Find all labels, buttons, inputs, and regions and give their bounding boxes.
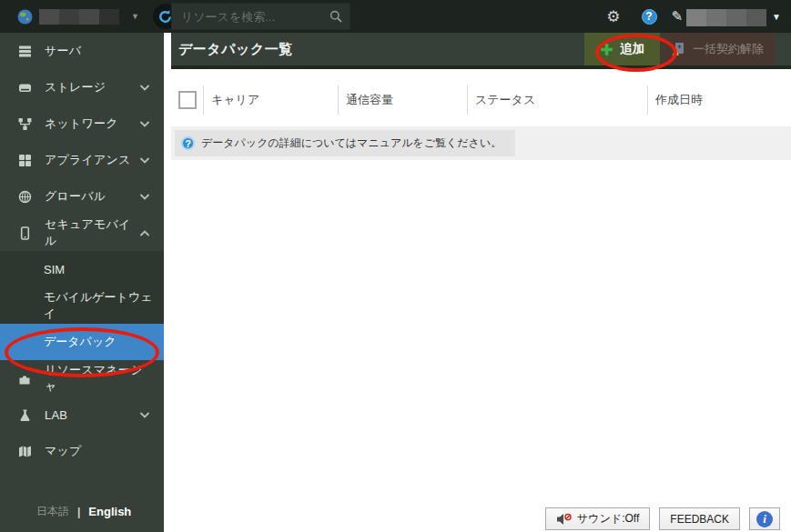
column-header-created: 作成日時 bbox=[647, 76, 791, 124]
chevron-down-icon bbox=[140, 194, 149, 200]
network-icon bbox=[18, 117, 33, 131]
info-icon: i bbox=[756, 511, 773, 527]
sound-button-label: サウンド:Off bbox=[577, 511, 639, 527]
topbar-right: ⚙ ? ✎ ▼ bbox=[606, 0, 781, 33]
sidebar-item-label: リソースマネージャ bbox=[45, 362, 149, 395]
sidebar-item-storage[interactable]: ストレージ bbox=[0, 69, 164, 105]
sidebar-item-secure-mobile[interactable]: セキュアモバイル bbox=[0, 215, 164, 251]
sidebar-item-label: ネットワーク bbox=[45, 115, 140, 132]
add-button[interactable]: 追加 bbox=[584, 33, 660, 65]
chevron-up-icon bbox=[140, 230, 149, 236]
speaker-muted-icon bbox=[556, 513, 572, 526]
select-all-cell bbox=[171, 76, 203, 124]
sidebar-item-label: サーバ bbox=[45, 43, 149, 59]
sidebar-item-global[interactable]: グローバル bbox=[0, 178, 164, 215]
footer-buttons: サウンド:Off FEEDBACK i bbox=[545, 507, 780, 530]
flask-icon bbox=[18, 408, 33, 422]
sidebar-item-server[interactable]: サーバ bbox=[0, 33, 164, 69]
redacted-account-name bbox=[686, 9, 766, 25]
add-button-label: 追加 bbox=[620, 41, 644, 57]
redacted-zone-name bbox=[39, 9, 119, 25]
search-icon bbox=[330, 10, 342, 26]
topbar: ▼ ⚙ ? ✎ ▼ bbox=[0, 0, 791, 33]
secure-mobile-submenu: SIM モバイルゲートウェイ データパック bbox=[0, 251, 164, 360]
sidebar-item-appliance[interactable]: アプライアンス bbox=[0, 142, 164, 178]
sidebar-item-label: セキュアモバイル bbox=[45, 216, 140, 249]
resource-search bbox=[171, 3, 350, 30]
feedback-button[interactable]: FEEDBACK bbox=[659, 507, 740, 530]
sidebar-item-sim[interactable]: SIM bbox=[0, 251, 164, 287]
page-header: データパック一覧 追加 一括契約解除 bbox=[171, 33, 791, 65]
sidebar-item-label: データパック bbox=[44, 334, 117, 350]
column-header-capacity: 通信容量 bbox=[338, 76, 467, 124]
sidebar-item-label: グローバル bbox=[45, 188, 140, 205]
language-english[interactable]: English bbox=[88, 505, 131, 518]
header-divider bbox=[171, 65, 791, 69]
gear-icon[interactable]: ⚙ bbox=[606, 7, 620, 26]
notice-message: ? データパックの詳細についてはマニュアルをご覧ください。 bbox=[175, 130, 515, 156]
sidebar-item-lab[interactable]: LAB bbox=[0, 396, 164, 433]
mobile-icon bbox=[18, 226, 33, 240]
chevron-down-icon bbox=[140, 121, 149, 127]
puzzle-icon bbox=[18, 372, 33, 386]
sidebar-item-mobile-gateway[interactable]: モバイルゲートウェイ bbox=[0, 287, 164, 324]
language-japanese[interactable]: 日本語 bbox=[36, 504, 69, 519]
info-button[interactable]: i bbox=[749, 507, 780, 530]
chevron-down-icon bbox=[140, 85, 149, 91]
zone-selector[interactable]: ▼ bbox=[0, 9, 139, 25]
column-header-carrier: キャリア bbox=[203, 76, 338, 124]
account-menu[interactable]: ▼ bbox=[686, 9, 781, 25]
sidebar-item-label: アプライアンス bbox=[45, 152, 140, 168]
sidebar: サーバ ストレージ ネットワーク アプライアンス グローバル bbox=[0, 33, 164, 532]
feedback-button-label: FEEDBACK bbox=[670, 513, 729, 526]
sidebar-item-map[interactable]: マップ bbox=[0, 433, 164, 469]
sound-toggle-button[interactable]: サウンド:Off bbox=[545, 507, 650, 530]
bulk-cancel-label: 一括契約解除 bbox=[693, 41, 764, 57]
sidebar-item-label: マップ bbox=[45, 443, 149, 459]
help-icon[interactable]: ? bbox=[642, 9, 657, 25]
search-input[interactable] bbox=[171, 3, 350, 30]
plus-icon bbox=[600, 43, 614, 56]
storage-icon bbox=[18, 81, 33, 95]
main-content: データパック一覧 追加 一括契約解除 キャリア 通信容量 ステータス 作成日時 … bbox=[164, 33, 791, 532]
sidebar-item-label: SIM bbox=[44, 263, 65, 276]
help-icon: ? bbox=[181, 136, 195, 150]
select-all-checkbox[interactable] bbox=[178, 91, 197, 109]
page-title: データパック一覧 bbox=[171, 41, 584, 58]
sidebar-item-label: ストレージ bbox=[45, 79, 140, 95]
chevron-down-icon bbox=[140, 412, 149, 418]
chevron-down-icon: ▼ bbox=[772, 12, 781, 22]
globe-icon bbox=[18, 190, 33, 204]
language-switcher: 日本語 | English bbox=[36, 504, 131, 519]
notice-text: データパックの詳細についてはマニュアルをご覧ください。 bbox=[201, 136, 502, 151]
pen-icon: ✎ bbox=[672, 8, 684, 25]
sidebar-item-label: モバイルゲートウェイ bbox=[44, 289, 164, 322]
chevron-down-icon bbox=[140, 157, 149, 164]
sidebar-item-label: LAB bbox=[45, 408, 140, 422]
server-icon bbox=[18, 45, 33, 58]
chevron-down-icon: ▼ bbox=[131, 12, 139, 21]
sidebar-item-resource-manager[interactable]: リソースマネージャ bbox=[0, 360, 164, 396]
appliance-icon bbox=[18, 154, 33, 167]
globe-logo-icon bbox=[17, 9, 33, 25]
sidebar-item-network[interactable]: ネットワーク bbox=[0, 105, 164, 142]
table-header-row: キャリア 通信容量 ステータス 作成日時 bbox=[171, 76, 791, 124]
notice-band: ? データパックの詳細についてはマニュアルをご覧ください。 bbox=[171, 126, 791, 160]
contract-warning-icon bbox=[672, 42, 686, 56]
sidebar-item-datapack[interactable]: データパック bbox=[0, 324, 164, 360]
bulk-cancel-button[interactable]: 一括契約解除 bbox=[660, 33, 776, 65]
column-header-status: ステータス bbox=[467, 76, 647, 124]
map-icon bbox=[18, 445, 33, 458]
language-divider: | bbox=[77, 506, 80, 518]
